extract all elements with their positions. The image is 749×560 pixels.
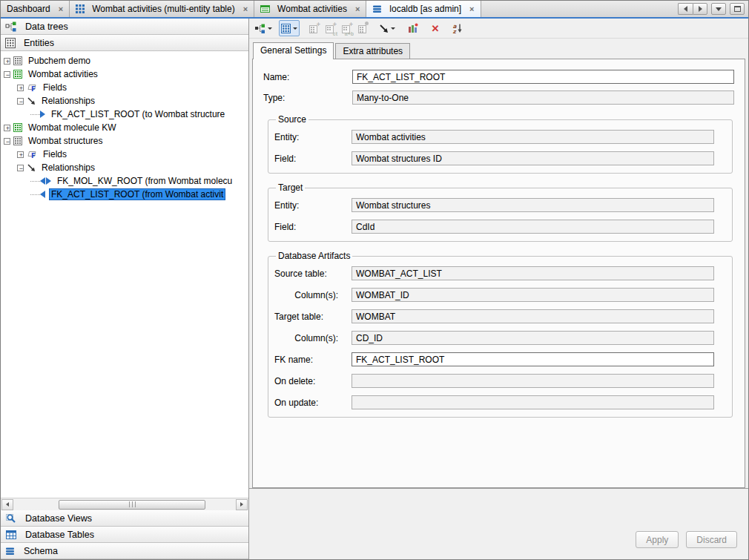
expand-toggle-icon[interactable] [4,58,10,65]
tree-item-label: Fields [41,148,69,160]
columns-stats-icon[interactable] [405,20,421,36]
target-columns-label: Column(s): [274,333,352,343]
collapse-toggle-icon[interactable] [4,71,10,78]
source-entity-label: Entity: [274,132,352,142]
tree-item-relationships[interactable]: Relationships [1,161,248,174]
tree-item-relationships[interactable]: Relationships [1,94,248,108]
svg-text:F: F [31,85,36,92]
tree-item-fk-act-list-root-to[interactable]: FK_ACT_LIST_ROOT (to Wombat structure [1,108,248,121]
tree-item-label: Fields [41,82,69,93]
close-icon[interactable]: × [243,4,248,13]
target-table-field [352,309,714,323]
apply-button[interactable]: Apply [636,531,679,548]
tab-label: Wombat activities (multi-entity table) [92,4,235,14]
fk-name-input[interactable] [352,352,714,366]
relationship-arrow-icon [27,163,36,172]
collapse-toggle-icon[interactable] [4,138,10,145]
schema-editor: + +ct +a+b [249,19,748,559]
scrollbar-thumb[interactable] [59,500,205,510]
section-label: Database Views [25,513,92,524]
close-icon[interactable]: × [59,4,63,13]
expand-toggle-icon[interactable] [17,151,24,158]
database-tables-icon [5,529,17,541]
section-database-views[interactable]: Database Views [1,510,248,527]
source-table-field [352,266,714,280]
maximize-icon[interactable] [730,3,745,15]
expand-toggle-icon[interactable] [4,125,10,131]
tab-wombat-activities[interactable]: Wombat activities × [254,1,366,17]
tree-item-fields[interactable]: F Fields [1,81,248,94]
source-entity-field [352,130,714,144]
type-field [352,90,734,105]
target-columns-row: Column(s): [274,331,714,345]
on-delete-field [352,374,714,388]
fk-to-icon [40,111,45,118]
tree-item-fields[interactable]: F Fields [1,148,248,161]
type-label: Type: [263,93,352,103]
discard-button[interactable]: Discard [686,531,737,548]
tree-item-wombat-molecule-kw[interactable]: Wombat molecule KW [1,121,248,134]
new-entity-icon[interactable] [279,20,300,36]
tree-item-wombat-activities[interactable]: Wombat activities [1,67,248,81]
next-tab-icon[interactable] [693,3,707,15]
section-schema[interactable]: Schema [1,543,248,559]
tree-connector [30,194,40,195]
entities-grid-icon [5,38,16,48]
tree-item-label-selected: FK_ACT_LIST_ROOT (from Wombat activit [49,188,225,200]
scroll-right-icon[interactable] [236,499,248,510]
target-columns-field [352,331,714,345]
tree-item-wombat-structures[interactable]: Wombat structures [1,134,248,148]
tab-wombat-activities-multi-entity-table[interactable]: Wombat activities (multi-entity table) × [70,1,254,17]
section-data-trees[interactable]: Data trees [1,19,248,35]
tab-list-icon[interactable] [711,3,726,15]
tab-general-settings[interactable]: General Settings [253,42,334,59]
target-field-row: Field: [274,220,714,234]
name-input[interactable] [352,70,734,84]
dropdown-caret-icon [293,27,297,30]
add-chemical-table-icon: +ct [322,20,338,36]
scroll-left-icon[interactable] [1,499,13,510]
tree-item-fk-act-list-root-from[interactable]: FK_ACT_LIST_ROOT (from Wombat activit [1,188,248,201]
tree-item-label: Wombat activities [26,68,100,80]
collapse-toggle-icon[interactable] [17,165,24,171]
sort-az-icon[interactable]: az [449,20,466,36]
scrollbar-grip [129,501,136,507]
section-entities[interactable]: Entities [1,35,248,51]
relationship-arrow-icon [27,96,36,105]
settings-tabpane: General Settings Extra attributes Name: … [252,42,745,488]
section-label: Entities [24,38,54,48]
source-columns-label: Column(s): [274,290,352,300]
collapse-toggle-icon[interactable] [17,98,24,105]
fk-name-row: FK name: [274,352,714,366]
tab-dashboard[interactable]: Dashboard × [1,1,70,17]
source-table-row: Source table: [274,266,714,280]
section-database-tables[interactable]: Database Tables [1,527,248,543]
grid-view-green-icon [260,4,270,13]
tree-item-pubchem-demo[interactable]: Pubchem demo [1,54,248,67]
entity-icon-gray [13,56,22,65]
app-window: Dashboard × Wombat activities (multi-ent… [0,0,749,560]
on-update-row: On update: [274,395,714,409]
source-field-field [352,151,714,165]
tab-label: localdb [as admin] [389,4,461,14]
tree-item-fk-mol-kw-root[interactable]: FK_MOL_KW_ROOT (from Wombat molecu [1,174,248,188]
tree-item-label: Wombat molecule KW [26,122,118,134]
svg-text:F: F [31,152,36,159]
new-relationship-icon[interactable] [377,20,397,36]
grid-table-icon [76,4,85,13]
tree-item-label: Pubchem demo [26,55,93,67]
tab-extra-attributes[interactable]: Extra attributes [335,43,410,59]
source-table-label: Source table: [274,269,352,279]
expand-toggle-icon[interactable] [17,85,24,91]
new-data-tree-icon[interactable] [252,20,274,36]
previous-tab-icon[interactable] [678,3,693,15]
horizontal-scrollbar[interactable] [1,498,248,510]
delete-icon[interactable]: ✕ [427,20,443,36]
target-table-label: Target table: [274,312,352,322]
tab-localdb-as-admin[interactable]: localdb [as admin] × [366,1,481,17]
entity-icon-gray [13,136,22,145]
close-icon[interactable]: × [469,4,474,13]
source-columns-row: Column(s): [274,288,714,302]
tab-label: Wombat activities [277,4,347,14]
close-icon[interactable]: × [355,4,360,13]
